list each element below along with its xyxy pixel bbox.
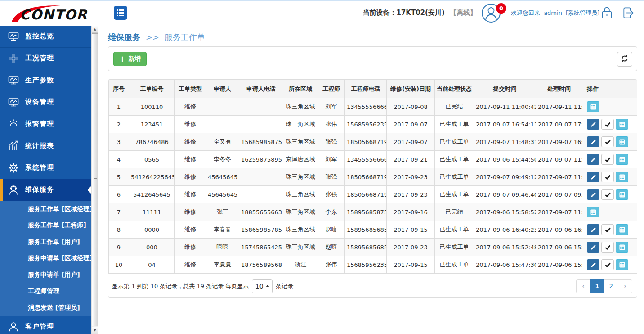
pencil-icon: [590, 157, 596, 162]
confirm-button[interactable]: [601, 172, 614, 182]
pager-page-2[interactable]: 2: [604, 279, 618, 293]
detail-button[interactable]: [616, 224, 628, 235]
scrollbar-up-arrow[interactable]: ▲: [92, 26, 98, 33]
breadcrumb-section[interactable]: 维保服务: [108, 32, 140, 42]
subnav-service-order-user[interactable]: 服务工作单 [用户]: [0, 234, 91, 251]
table-row: 5541264225645维修45645645珠三角区域张强1850566871…: [109, 168, 638, 186]
edit-button[interactable]: [587, 189, 599, 200]
detail-button[interactable]: [616, 119, 628, 130]
subnav-service-request-region-manager[interactable]: 服务申请单 [区域经理]: [0, 250, 91, 267]
sidebar-item-monitor-overview[interactable]: 监控总览: [0, 26, 91, 48]
confirm-button[interactable]: [601, 259, 614, 270]
cell-engineer: 张强: [318, 168, 345, 186]
col-header-region: 所在区域: [283, 80, 318, 98]
cell-submit-time: 2017-09-06 15:58:52: [474, 203, 536, 221]
cell-status: 已完结: [435, 203, 474, 221]
scrollbar-grip: [94, 178, 97, 182]
edit-button[interactable]: [587, 172, 599, 182]
sidebar-item-system-management[interactable]: 系统管理: [0, 157, 91, 179]
cell-status: 已生成工单: [435, 239, 474, 256]
add-button[interactable]: + 新增: [113, 52, 147, 66]
detail-button[interactable]: [616, 172, 628, 182]
sidebar-item-production-params[interactable]: 生产参数: [0, 69, 91, 91]
cell-submit-time: 2017-09-07 16:54:11: [474, 116, 536, 133]
subnav-engineer-management[interactable]: 工程师管理: [0, 283, 91, 300]
refresh-icon: [621, 54, 629, 64]
main-content: 维保服务 >> 服务工作单 + 新增: [98, 26, 644, 334]
cell-engineer-phone: 15895685685: [345, 221, 387, 239]
grid-icon: [8, 53, 19, 64]
list-alt-icon: [619, 139, 625, 145]
edit-button[interactable]: [587, 119, 599, 130]
sidebar-item-device-management[interactable]: 设备管理: [0, 91, 91, 113]
detail-button[interactable]: [616, 242, 628, 253]
sidebar-item-alarm-management[interactable]: 报警管理: [0, 113, 91, 135]
cell-engineer: 刘军: [318, 98, 345, 116]
menu-toggle-button[interactable]: [114, 6, 127, 20]
user-icon: [8, 321, 19, 333]
caret-up-icon: [266, 285, 269, 287]
confirm-button[interactable]: [601, 119, 614, 130]
sidebar-item-customer-management[interactable]: 客户管理: [0, 316, 91, 334]
list-alt-icon: [590, 104, 596, 110]
notification-button[interactable]: 0: [481, 3, 513, 23]
scrollbar-down-arrow[interactable]: ▼: [92, 327, 98, 334]
confirm-button[interactable]: [601, 189, 614, 200]
edit-button[interactable]: [587, 242, 599, 253]
confirm-button[interactable]: [601, 154, 614, 165]
detail-button[interactable]: [587, 101, 599, 112]
detail-button[interactable]: [616, 189, 628, 200]
pager-page-1[interactable]: 1: [590, 279, 604, 293]
pager-prev-button[interactable]: ‹: [576, 279, 590, 293]
table-row: 9000维修嘻嘻15745865425珠三角区域赵嘻15895685685201…: [109, 239, 638, 256]
cell-repair-date: 2017-09-15: [387, 221, 435, 239]
confirm-button[interactable]: [601, 242, 614, 253]
page-size-dropdown[interactable]: 10: [252, 279, 273, 293]
cell-order-type: 维修: [175, 151, 206, 168]
refresh-button[interactable]: [617, 52, 632, 67]
cell-region: 珠三角区域: [283, 203, 318, 221]
subnav-service-order-engineer[interactable]: 服务工作单 [工程师]: [0, 217, 91, 234]
subnav-message-send-admin[interactable]: 消息发送 [管理员]: [0, 300, 91, 316]
cell-order-no: 541264225645: [129, 168, 175, 186]
detail-button[interactable]: [616, 154, 628, 165]
list-alt-icon: [590, 209, 596, 215]
sidebar-scrollbar[interactable]: ▲ ▼: [91, 26, 98, 334]
cell-index: 1: [109, 98, 129, 116]
edit-button[interactable]: [587, 259, 599, 270]
subnav-service-request-user[interactable]: 服务申请单 [用户]: [0, 267, 91, 284]
cell-process-time: 2017-09-07 11:39:04: [536, 203, 582, 221]
sidebar-item-condition-management[interactable]: 工况管理: [0, 48, 91, 70]
edit-button[interactable]: [587, 224, 599, 235]
detail-button[interactable]: [616, 136, 628, 147]
toolbar-panel: + 新增: [108, 46, 637, 71]
confirm-button[interactable]: [601, 136, 614, 147]
cell-process-time: 2017-09-07 16:32:45: [536, 133, 582, 151]
sidebar-item-statistics-report[interactable]: 统计报表: [0, 135, 91, 157]
edit-button[interactable]: [587, 154, 599, 165]
cell-order-type: 维修: [175, 133, 206, 151]
cell-repair-date: 2017-09-15: [387, 256, 435, 274]
cell-order-type: 维修: [175, 98, 206, 116]
cell-operations: [582, 186, 638, 203]
welcome-text: 欢迎您回来: [511, 9, 540, 16]
cell-engineer: 张伟: [318, 256, 345, 274]
user-menu[interactable]: 欢迎您回来 admin [系统管理员]: [511, 0, 601, 26]
sidebar-item-label: 生产参数: [25, 76, 54, 85]
logout-button[interactable]: [622, 6, 635, 22]
cell-order-no: 000: [129, 239, 175, 256]
cell-operations: [582, 151, 638, 168]
list-alt-icon: [619, 262, 625, 268]
headset-icon: [8, 184, 19, 196]
detail-button[interactable]: [616, 259, 628, 270]
edit-button[interactable]: [587, 136, 599, 147]
cell-region: 珠三角区域: [283, 116, 318, 133]
confirm-button[interactable]: [601, 224, 614, 235]
lock-screen-button[interactable]: [601, 6, 613, 22]
pager-next-button[interactable]: ›: [618, 279, 632, 293]
detail-button[interactable]: [587, 207, 599, 217]
subnav-service-order-region-manager[interactable]: 服务工作单 [区域经理]: [0, 201, 91, 218]
sidebar-item-label: 系统管理: [25, 163, 54, 172]
scrollbar-thumb[interactable]: [92, 33, 98, 326]
sidebar-item-maintenance-service[interactable]: 维保服务: [0, 179, 91, 201]
